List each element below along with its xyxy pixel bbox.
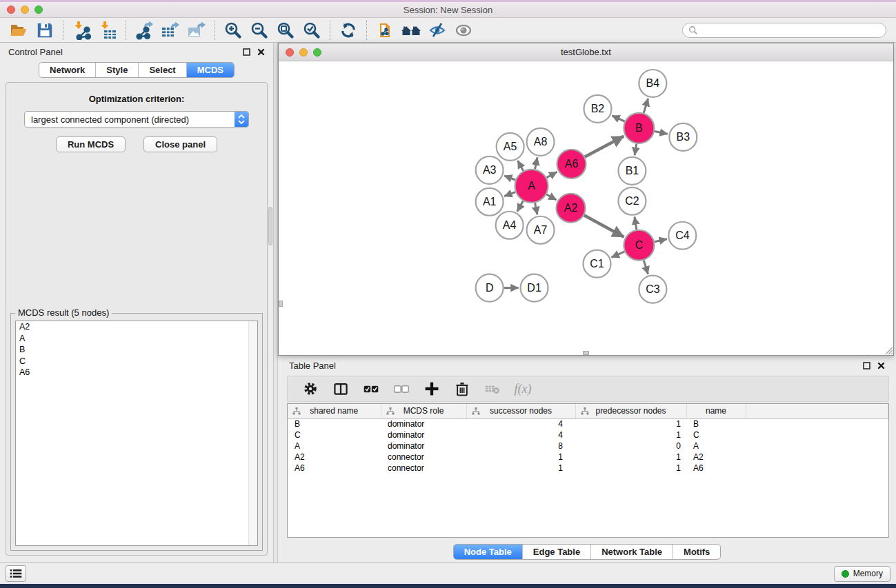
control-panel-scrollbar-thumb[interactable] [268,207,272,245]
table-cell[interactable]: dominator [381,440,466,452]
edge-A-A8[interactable] [535,157,537,169]
edge-B-B4[interactable] [644,99,648,113]
tab-motifs[interactable]: Motifs [673,545,720,559]
table-row[interactable]: A6connector11A6 [288,463,888,474]
import-table-button[interactable] [94,19,121,41]
node-table[interactable]: shared nameMCDS rolesuccessor nodesprede… [287,403,889,538]
table-cell[interactable]: 1 [575,452,686,463]
export-table-button[interactable] [157,19,183,41]
table-cell[interactable]: dominator [381,429,466,440]
network-window-titlebar[interactable]: testGlobe.txt [279,43,893,61]
delete-table-button[interactable] [481,378,504,400]
table-cell[interactable]: C [686,429,746,440]
edge-A-A5[interactable] [518,161,524,171]
network-graph[interactable]: AA6A2BCA5A8A3A1A4A7B2B4B3B1C2C4C1C3DD1 [279,61,893,355]
task-history-button[interactable] [6,565,26,582]
hide-all-columns-button[interactable] [390,378,413,400]
column-header-MCDS-role[interactable]: MCDS role [381,404,466,418]
table-cell[interactable]: A2 [686,452,746,463]
save-session-button[interactable] [32,19,58,41]
table-cell[interactable]: 0 [575,440,686,452]
tab-mcds[interactable]: MCDS [186,63,234,77]
tab-edge-table[interactable]: Edge Table [522,545,590,559]
mcds-result-list[interactable]: A2ABCA6 [15,321,258,546]
delete-columns-button[interactable] [450,378,474,400]
table-row[interactable]: Cdominator41C [288,429,888,440]
edge-A2-C[interactable] [584,215,624,236]
edge-C-C1[interactable] [611,252,624,257]
optimization-criterion-select[interactable]: largest connected component (directed) [24,111,249,128]
zoom-out-button[interactable] [246,19,272,41]
table-row[interactable]: A2connector11A2 [288,452,888,463]
table-cell[interactable]: 4 [466,429,575,440]
table-cell[interactable]: connector [381,463,466,474]
table-cell[interactable]: 8 [466,440,575,452]
table-row[interactable]: Bdominator41B [288,418,888,429]
table-options-button[interactable] [299,378,322,400]
function-builder-button[interactable]: f(x) [511,378,535,400]
edge-B-B1[interactable] [635,144,637,156]
hide-graphics-details-button[interactable] [424,19,450,41]
window-resize-grip[interactable] [884,345,893,354]
edge-A6-B[interactable] [585,136,624,157]
table-cell[interactable]: 1 [575,463,686,474]
tab-network[interactable]: Network [39,63,95,77]
list-item[interactable]: A [16,333,257,345]
edge-A-A2[interactable] [546,194,556,200]
open-session-button[interactable] [6,19,32,41]
table-cell[interactable]: A6 [686,463,746,474]
export-network-button[interactable] [131,19,157,41]
tab-style[interactable]: Style [95,63,138,77]
table-cell[interactable]: 4 [466,418,575,429]
table-cell[interactable]: C [288,429,381,440]
memory-button[interactable]: Memory [834,566,890,582]
column-header-predecessor-nodes[interactable]: predecessor nodes [575,404,686,418]
table-cell[interactable]: connector [381,452,466,463]
edge-A-A1[interactable] [504,192,515,196]
import-network-button[interactable] [68,19,94,41]
float-panel-icon[interactable] [863,362,870,369]
close-panel-icon[interactable] [877,362,885,369]
float-panel-icon[interactable] [243,48,250,56]
export-image-button[interactable] [183,19,210,41]
zoom-in-button[interactable] [220,19,246,41]
list-item[interactable]: A6 [16,367,257,378]
zoom-fit-button[interactable] [272,19,299,41]
tab-select[interactable]: Select [138,63,186,77]
home-button[interactable] [398,19,424,41]
bird-eye-view-button[interactable] [450,19,477,41]
close-panel-icon[interactable] [257,48,265,56]
result-list-scrollbar[interactable] [248,321,257,545]
table-cell[interactable]: A [288,440,381,452]
column-header-name[interactable]: name [686,404,746,418]
table-cell[interactable]: 1 [466,463,575,474]
edge-A-A7[interactable] [535,203,537,214]
edge-C-C3[interactable] [644,261,648,274]
edge-C-C2[interactable] [635,216,637,230]
table-cell[interactable]: B [686,418,746,429]
zoom-selected-button[interactable] [299,19,325,41]
list-item[interactable]: B [16,344,257,356]
table-cell[interactable]: 1 [466,452,575,463]
toggle-panel-layout-button[interactable] [329,378,352,400]
edge-A-A4[interactable] [517,201,523,212]
panel-splitter[interactable] [273,43,278,562]
create-column-button[interactable] [420,378,444,400]
search-input[interactable] [698,26,880,35]
show-all-columns-button[interactable] [359,378,383,400]
edge-C-C4[interactable] [655,239,667,242]
table-cell[interactable]: B [288,418,381,429]
edge-B-B2[interactable] [612,116,624,122]
table-cell[interactable]: 1 [575,429,686,440]
tab-network-table[interactable]: Network Table [590,545,673,559]
list-item[interactable]: C [16,356,257,367]
network-canvas[interactable]: AA6A2BCA5A8A3A1A4A7B2B4B3B1C2C4C1C3DD1 [279,61,893,355]
close-panel-button[interactable]: Close panel [143,136,217,152]
table-cell[interactable]: A2 [288,452,381,463]
tab-node-table[interactable]: Node Table [454,545,522,559]
table-cell[interactable]: dominator [381,418,466,429]
edge-B-B3[interactable] [655,131,668,134]
run-mcds-button[interactable]: Run MCDS [56,136,126,152]
edge-A-A3[interactable] [504,176,515,180]
column-header-successor-nodes[interactable]: successor nodes [466,404,575,418]
